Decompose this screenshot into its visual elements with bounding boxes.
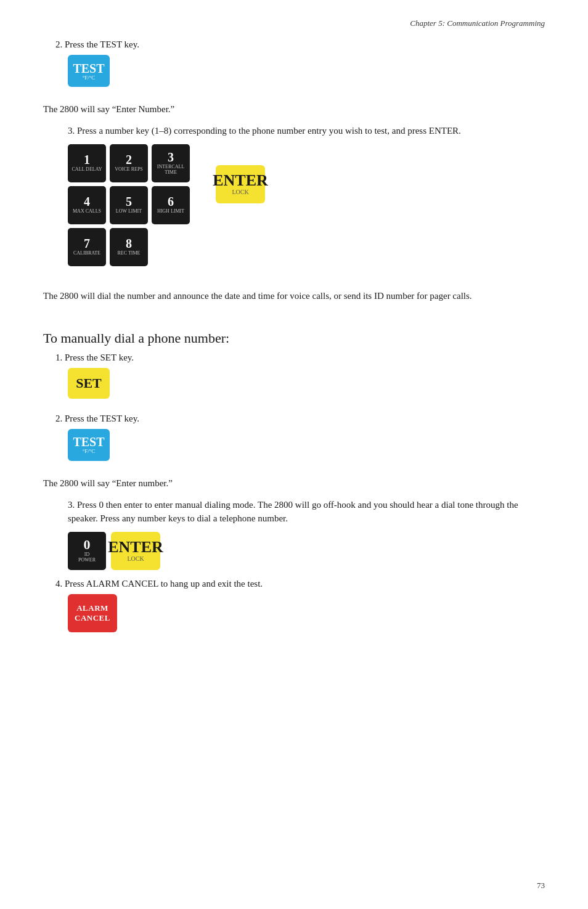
- step2-label-2: 2. Press the TEST key.: [55, 414, 545, 424]
- key-1: 1 CALL DELAY: [68, 144, 106, 182]
- key-3: 3 INTERCALL TIME: [152, 144, 190, 182]
- test-key-main-label: TEST: [73, 62, 104, 76]
- test-key-1: TEST °F/°C: [68, 55, 110, 87]
- page-number: 73: [537, 881, 545, 891]
- numpad-grid: 1 CALL DELAY 2 VOICE REPS 3 INTERCALL TI…: [68, 144, 545, 266]
- key-7: 7 CALIBRATE: [68, 228, 106, 266]
- key-8: 8 REC TIME: [110, 228, 148, 266]
- step4-label: 4. Press ALARM CANCEL to hang up and exi…: [55, 579, 545, 589]
- key-zero: 0 IDPOWER: [68, 532, 106, 570]
- zero-enter-group: 0 IDPOWER ENTER LOCK: [68, 532, 545, 570]
- enter-key-1: ENTER LOCK: [216, 165, 265, 203]
- key-6: 6 HIGH LIMIT: [152, 186, 190, 224]
- step3-label-2: 3. Press 0 then enter to enter manual di…: [68, 498, 545, 526]
- body-text-3: The 2800 will say “Enter number.”: [43, 476, 545, 491]
- test-key-2-sub: °F/°C: [83, 448, 96, 454]
- step1-set-block: 1. Press the SET key. SET: [43, 353, 545, 407]
- set-key-label: SET: [76, 375, 102, 391]
- key-5: 5 LOW LIMIT: [110, 186, 148, 224]
- body-text-1: The 2800 will say “Enter Number.”: [43, 102, 545, 116]
- step3-zero-block: 3. Press 0 then enter to enter manual di…: [43, 498, 545, 570]
- chapter-header: Chapter 5: Communication Programming: [43, 18, 545, 28]
- step2-test-block-2: 2. Press the TEST key. TEST °F/°C: [43, 414, 545, 470]
- alarm-cancel-line1: ALARM: [76, 603, 108, 613]
- test-key-2: TEST °F/°C: [68, 429, 110, 461]
- body-text-2: The 2800 will dial the number and announ…: [43, 288, 545, 303]
- step2-test-block: 2. Press the TEST key. TEST °F/°C: [43, 39, 545, 96]
- manual-dial-heading: To manually dial a phone number:: [43, 330, 545, 346]
- step3-label: 3. Press a number key (1–8) correspondin…: [68, 124, 545, 138]
- alarm-cancel-key: ALARM CANCEL: [68, 594, 117, 632]
- test-key-2-main: TEST: [73, 435, 104, 449]
- key-4: 4 MAX CALLS: [68, 186, 106, 224]
- set-key: SET: [68, 368, 110, 399]
- test-key-sub-label: °F/°C: [83, 75, 96, 81]
- step4-alarm-block: 4. Press ALARM CANCEL to hang up and exi…: [43, 579, 545, 632]
- step1-label: 1. Press the SET key.: [55, 353, 545, 363]
- key-2: 2 VOICE REPS: [110, 144, 148, 182]
- alarm-cancel-line2: CANCEL: [75, 613, 110, 622]
- enter-key-2: ENTER LOCK: [111, 532, 160, 570]
- step3-numpad-block: 3. Press a number key (1–8) correspondin…: [43, 124, 545, 266]
- step2-label: 2. Press the TEST key.: [55, 39, 545, 50]
